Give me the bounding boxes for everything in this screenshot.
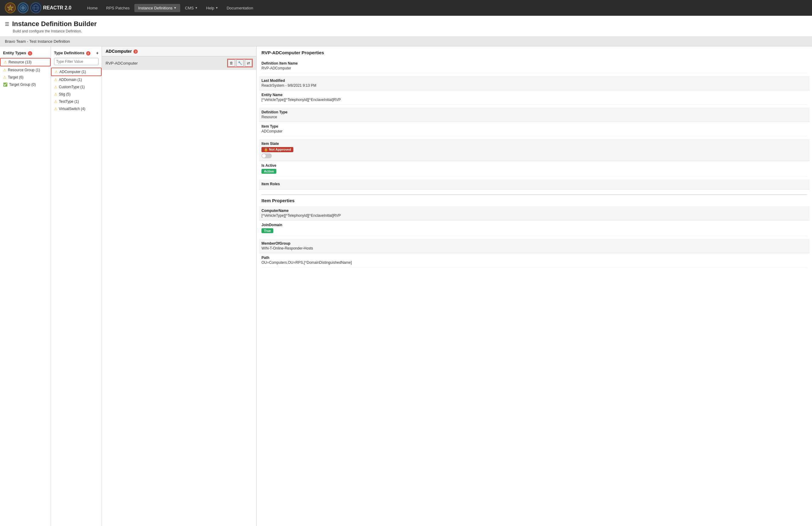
type-definitions-title: Type Definitions 2 (54, 51, 90, 56)
army-logo (5, 2, 16, 13)
type-filter-input[interactable] (54, 58, 99, 65)
entity-types-title: Entity Types 1 (0, 49, 50, 58)
help-dropdown-arrow: ▼ (215, 6, 218, 10)
ok-icon: ✅ (3, 82, 8, 87)
adcomputer-badge: 3 (133, 49, 138, 54)
prop-entity-name: Entity Name [^VehicleType][^TelephonyId]… (261, 90, 807, 105)
entity-item-target[interactable]: ⚠ Target (6) (0, 74, 50, 81)
instance-def-dropdown-arrow: ▼ (174, 6, 176, 10)
nav-rps-patches[interactable]: RPS Patches (103, 4, 133, 12)
type-definitions-badge: 2 (86, 51, 90, 56)
entity-item-resource[interactable]: ⚠ Resource (13) (0, 58, 50, 66)
navbar: REACTR 2.0 Home RPS Patches Instance Def… (0, 0, 812, 16)
adcomputer-panel: ADComputer 3 RVP-ADComputer 🗑 🔧 ⇄ (102, 46, 257, 526)
def-item-name-label: Definition Item Name (261, 61, 807, 65)
definition-type-label: Definition Type (261, 110, 807, 114)
last-modified-value: ReactrSystem - 9/8/2021 9:13 PM (261, 84, 807, 88)
type-item-adcomputer[interactable]: ⚠ ADComputer (1) (51, 67, 102, 76)
computer-name-label: ComputerName (261, 209, 807, 213)
adcomputer-header: ADComputer 3 (102, 46, 256, 56)
prop-item-type: Item Type ADComputer (261, 122, 807, 136)
member-of-group-label: MemberOfGroup (261, 241, 807, 245)
item-type-label: Item Type (261, 124, 807, 129)
add-type-definition-button[interactable]: + (96, 51, 99, 56)
properties-panel: RVP-ADComputer Properties Definition Ite… (257, 46, 812, 526)
item-properties-section: Item Properties (261, 194, 807, 203)
nav-help[interactable]: Help ▼ (203, 4, 222, 12)
row-action-icons: 🗑 🔧 ⇄ (227, 59, 253, 67)
svg-marker-0 (7, 5, 13, 11)
seal-logo (18, 2, 29, 13)
type-item-virtualswitch[interactable]: ⚠ VirtualSwitch (4) (51, 105, 102, 112)
page-title: Instance Definition Builder (12, 20, 97, 28)
warn-icon: ⚠ (54, 78, 57, 82)
transfer-button[interactable]: ⇄ (245, 59, 252, 67)
prop-definition-item-name: Definition Item Name RVP-ADComputer (261, 59, 807, 73)
delete-button[interactable]: 🗑 (228, 59, 235, 67)
warn-icon: ⚠ (3, 68, 6, 72)
prop-last-modified: Last Modified ReactrSystem - 9/8/2021 9:… (259, 76, 810, 90)
path-label: Path (261, 256, 807, 260)
entity-name-label: Entity Name (261, 93, 807, 97)
wrench-icon: 🔧 (238, 61, 242, 65)
warn-icon: ⚠ (54, 85, 57, 89)
arrows-icon: ⇄ (247, 61, 250, 65)
navbar-logos: REACTR 2.0 (5, 2, 80, 13)
navbar-brand: REACTR 2.0 (43, 5, 71, 11)
is-active-label: Is Active (261, 163, 807, 168)
warn-icon: ⚠ (4, 60, 7, 64)
breadcrumb: Bravo Team - Test Instance Definition (0, 37, 812, 46)
trash-icon: 🗑 (230, 61, 233, 65)
page-header: ☰ Instance Definition Builder Build and … (0, 16, 812, 37)
adcomputer-row[interactable]: RVP-ADComputer 🗑 🔧 ⇄ (102, 56, 256, 70)
hamburger-menu[interactable]: ☰ (5, 21, 9, 27)
adcomputer-name: RVP-ADComputer (105, 61, 227, 65)
definition-type-value: Resource (261, 115, 807, 119)
def-item-name-value: RVP-ADComputer (261, 66, 807, 70)
type-definitions-panel: Type Definitions 2 + ⚠ ADComputer (1) ⚠ … (51, 46, 102, 526)
type-item-stig[interactable]: ⚠ Stig (5) (51, 91, 102, 98)
prop-item-state: Item State 🔒 Not Approved (259, 139, 810, 161)
item-state-label: Item State (261, 141, 807, 146)
prop-path: Path OU=Computers,OU=RPS,[^DomainDisting… (261, 253, 807, 267)
page-subtitle: Build and configure the Instance Definit… (5, 29, 807, 35)
join-domain-label: JoinDomain (261, 223, 807, 227)
path-value: OU=Computers,OU=RPS,[^DomainDistinguishe… (261, 260, 807, 265)
lock-icon: 🔒 (264, 148, 268, 151)
warn-icon: ⚠ (54, 107, 57, 111)
nav-documentation[interactable]: Documentation (223, 4, 257, 12)
navbar-nav: Home RPS Patches Instance Definitions ▼ … (83, 4, 807, 12)
cms-dropdown-arrow: ▼ (195, 6, 198, 10)
prop-join-domain: JoinDomain True (261, 221, 807, 236)
entity-name-value: [^VehicleType][^TelephonyId][^EnclaveIni… (261, 97, 807, 102)
nav-cms[interactable]: CMS ▼ (182, 4, 201, 12)
type-item-testtype[interactable]: ⚠ TestType (1) (51, 98, 102, 105)
prop-definition-type: Definition Type Resource (259, 108, 810, 122)
svg-point-2 (21, 6, 25, 10)
last-modified-label: Last Modified (261, 78, 807, 83)
warn-icon: ⚠ (55, 70, 58, 74)
prop-member-of-group: MemberOfGroup WIN-T-Online-Responder-Hos… (259, 239, 810, 253)
globe-logo (30, 2, 41, 13)
entity-item-resource-group[interactable]: ⚠ Resource Group (1) (0, 66, 50, 74)
prop-computer-name: ComputerName [^VehicleType][^TelephonyId… (259, 206, 810, 221)
warn-icon: ⚠ (54, 92, 57, 96)
type-item-addomain[interactable]: ⚠ ADDomain (1) (51, 76, 102, 84)
entity-types-panel: Entity Types 1 ⚠ Resource (13) ⚠ Resourc… (0, 46, 51, 526)
entity-types-badge: 1 (28, 51, 32, 56)
prop-item-roles: Item Roles (259, 179, 810, 190)
warn-icon: ⚠ (3, 75, 6, 79)
settings-button[interactable]: 🔧 (236, 59, 244, 67)
computer-name-value: [^VehicleType][^TelephonyId][^EnclaveIni… (261, 213, 807, 218)
item-state-toggle[interactable] (261, 153, 272, 158)
entity-item-target-group[interactable]: ✅ Target Group (0) (0, 81, 50, 88)
is-active-badge: Active (261, 169, 276, 174)
properties-title: RVP-ADComputer Properties (261, 50, 807, 55)
type-item-customtype[interactable]: ⚠ CustomType (1) (51, 84, 102, 91)
item-roles-label: Item Roles (261, 182, 807, 186)
nav-home[interactable]: Home (83, 4, 101, 12)
nav-instance-definitions[interactable]: Instance Definitions ▼ (134, 4, 180, 12)
item-state-badge: 🔒 Not Approved (261, 147, 293, 152)
main-layout: Entity Types 1 ⚠ Resource (13) ⚠ Resourc… (0, 46, 812, 526)
join-domain-badge: True (261, 228, 273, 233)
